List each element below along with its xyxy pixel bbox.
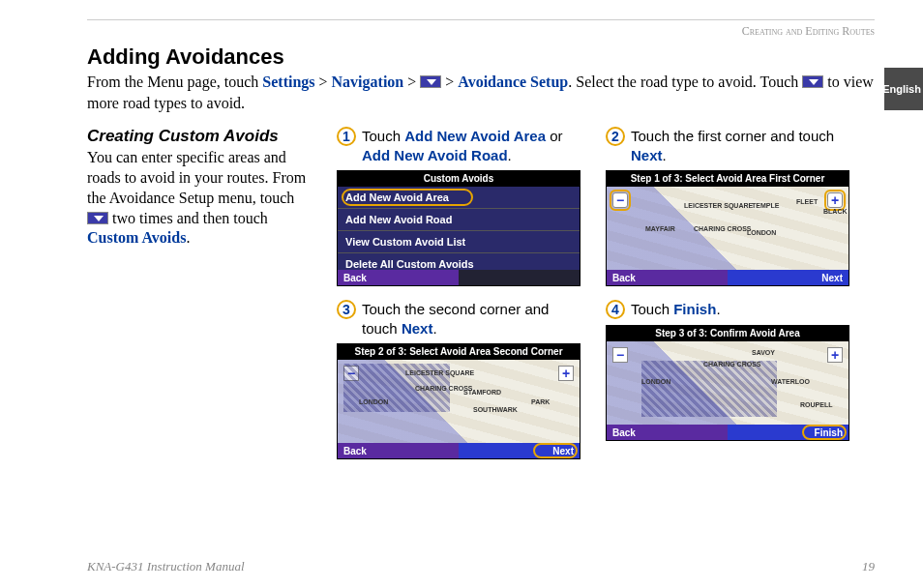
zoom-in-icon[interactable]: + [827,347,843,363]
page-title: Adding Avoidances [87,44,875,70]
header-breadcrumb: Creating and Editing Routes [87,24,875,39]
back-button[interactable]: Back [607,270,728,285]
menu-item[interactable]: Add New Avoid Area [338,187,580,209]
footer-manual-name: KNA-G431 Instruction Manual [87,559,245,574]
finish-button[interactable]: Finish [728,425,849,440]
back-button[interactable]: Back [607,425,728,440]
dropdown-icon [802,75,823,88]
next-button[interactable]: Next [459,443,580,458]
screen-title: Custom Avoids [338,171,580,187]
map-area[interactable]: − + LEICESTER SQUARE LONDON CHARING CROS… [338,360,580,443]
link-navigation: Navigation [332,74,404,90]
step-2: 2 Touch the first corner and touch Next. [606,127,857,164]
map-area[interactable]: − + LEICESTER SQUARE MAYFAIR CHARING CRO… [607,187,849,270]
screenshot-step-1-map: Step 1 of 3: Select Avoid Area First Cor… [606,170,849,286]
back-button[interactable]: Back [338,270,459,285]
screen-title: Step 2 of 3: Select Avoid Area Second Co… [338,344,580,360]
menu-item[interactable]: Add New Avoid Road [338,209,580,231]
zoom-in-icon[interactable]: + [827,192,843,208]
language-tab: English [884,68,923,110]
zoom-out-icon[interactable]: − [612,347,628,363]
dropdown-icon [87,212,108,224]
map-area[interactable]: − + SAVOY CHARING CROSS LONDON WATERLOO … [607,341,849,425]
step-number-icon: 1 [337,127,356,146]
screen-title: Step 3 of 3: Confirm Avoid Area [607,326,849,341]
intro-paragraph: From the Menu page, touch Settings > Nav… [87,72,875,113]
screenshot-step-3-map: Step 3 of 3: Confirm Avoid Area − + SAVO… [606,325,849,441]
menu-item[interactable]: View Custom Avoid List [338,231,580,253]
step-1: 1 Touch Add New Avoid Area or Add New Av… [337,127,588,164]
step-number-icon: 2 [606,127,625,146]
link-avoidance-setup: Avoidance Setup [458,74,568,90]
back-button[interactable]: Back [338,443,459,458]
left-column-text: You can enter specific areas and roads t… [87,148,319,249]
next-button[interactable]: Next [728,270,849,285]
subheading-creating-custom-avoids: Creating Custom Avoids [87,127,319,146]
screenshot-step-2-map: Step 2 of 3: Select Avoid Area Second Co… [337,343,581,459]
zoom-out-icon[interactable]: − [612,192,628,208]
step-3: 3 Touch the second corner and touch Next… [337,300,588,338]
link-settings: Settings [262,74,314,90]
link-custom-avoids: Custom Avoids [87,229,186,246]
screen-title: Step 1 of 3: Select Avoid Area First Cor… [607,171,849,187]
step-number-icon: 3 [337,300,356,319]
step-number-icon: 4 [606,300,625,319]
screenshot-custom-avoids-menu: Custom Avoids Add New Avoid Area Add New… [337,170,581,286]
footer-page-number: 19 [862,559,875,574]
zoom-in-icon[interactable]: + [558,366,574,381]
step-4: 4 Touch Finish. [606,300,857,319]
dropdown-icon [420,75,441,88]
scroll-button[interactable] [459,270,580,285]
